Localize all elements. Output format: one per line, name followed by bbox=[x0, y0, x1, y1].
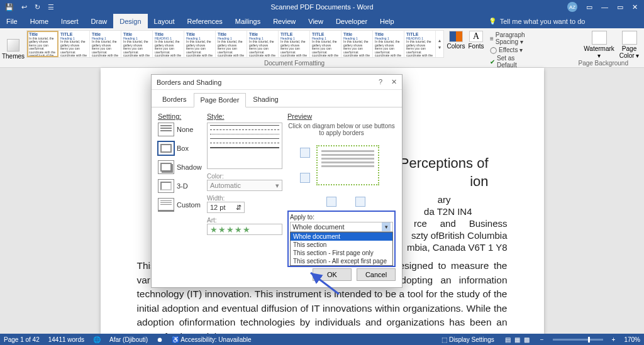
paragraph-spacing-button[interactable]: ≡Paragraph Spacing ▾ bbox=[488, 31, 527, 46]
three-d-icon bbox=[158, 179, 174, 193]
status-page[interactable]: Page 1 of 42 bbox=[4, 336, 40, 343]
customize-qat-icon[interactable]: ☰ bbox=[48, 3, 54, 11]
dialog-title: Borders and Shading bbox=[157, 79, 221, 86]
fonts-button[interactable]: AFonts bbox=[467, 31, 486, 50]
view-switcher[interactable]: ▤▦▩ bbox=[503, 336, 531, 343]
apply-to-select[interactable]: Whole document ▾ bbox=[290, 222, 393, 232]
style-listbox[interactable] bbox=[207, 123, 282, 169]
width-spinner[interactable]: 12 pt⇵ bbox=[207, 202, 245, 213]
tab-view[interactable]: View bbox=[302, 14, 330, 28]
apply-to-dropdown: Whole document This section This section… bbox=[290, 232, 393, 266]
macro-record-icon[interactable]: ⏺ bbox=[157, 336, 163, 343]
title-bar: 💾 ↩ ↻ ☰ Scanned PDF Documents - Word AZ … bbox=[0, 0, 644, 14]
setting-3d[interactable]: 3-D bbox=[158, 179, 202, 193]
gallery-item[interactable]: TitleHeading 1In this tutorial, the gall… bbox=[373, 31, 404, 57]
effects-button[interactable]: ◯Effects ▾ bbox=[488, 46, 527, 54]
tab-review[interactable]: Review bbox=[267, 14, 302, 28]
status-word-count[interactable]: 14411 words bbox=[48, 336, 84, 343]
tab-insert[interactable]: Insert bbox=[55, 14, 85, 28]
document-title: Scanned PDF Documents - Word bbox=[270, 3, 373, 11]
border-bottom-toggle[interactable] bbox=[300, 173, 310, 183]
zoom-level[interactable]: 170% bbox=[624, 336, 640, 343]
cancel-button[interactable]: Cancel bbox=[357, 268, 396, 281]
maximize-icon[interactable]: ▭ bbox=[617, 3, 623, 11]
dialog-tab-borders[interactable]: Borders bbox=[155, 92, 194, 107]
effects-icon: ◯ bbox=[490, 47, 497, 53]
chevron-down-icon: ▾ bbox=[382, 222, 391, 231]
setting-shadow[interactable]: Shadow bbox=[158, 160, 202, 174]
gallery-item[interactable]: TITLEHeading 1In this tutorial, the gall… bbox=[310, 31, 341, 57]
status-display-settings[interactable]: ⬚ Display Settings bbox=[441, 336, 494, 343]
document-formatting-gallery[interactable]: TitleIn this tutorial, the gallery shows… bbox=[26, 30, 444, 58]
themes-button[interactable]: Themes bbox=[3, 30, 24, 60]
redo-icon[interactable]: ↻ bbox=[35, 3, 40, 11]
status-language[interactable]: Afar (Djibouti) bbox=[109, 336, 148, 343]
gallery-item[interactable]: TITLEHeading 1In this tutorial, the gall… bbox=[279, 31, 310, 57]
gallery-item[interactable]: TitleHeading 1In this tutorial, the gall… bbox=[184, 31, 216, 57]
tab-developer[interactable]: Developer bbox=[330, 14, 374, 28]
zoom-slider[interactable] bbox=[553, 339, 603, 341]
tab-design[interactable]: Design bbox=[113, 14, 147, 28]
tab-references[interactable]: References bbox=[181, 14, 229, 28]
border-right-toggle[interactable] bbox=[355, 197, 365, 207]
ribbon-display-options-icon[interactable]: ▭ bbox=[586, 3, 592, 11]
preview-page[interactable] bbox=[316, 145, 379, 185]
zoom-in-icon[interactable]: + bbox=[612, 336, 616, 343]
dropdown-option[interactable]: This section bbox=[291, 241, 392, 249]
spinner-icon: ⇵ bbox=[236, 204, 242, 212]
dropdown-option[interactable]: This section - First page only bbox=[291, 249, 392, 257]
set-as-default-button[interactable]: Set as Default bbox=[488, 54, 527, 69]
gallery-more-button[interactable]: ▴▾ bbox=[436, 31, 443, 57]
read-mode-icon: ▤ bbox=[505, 336, 511, 343]
tab-mailings[interactable]: Mailings bbox=[229, 14, 267, 28]
group-label-page-background: Page Background bbox=[578, 60, 628, 67]
label-width: Width: bbox=[207, 195, 282, 202]
label-color: Color: bbox=[207, 173, 282, 180]
ok-button[interactable]: OK bbox=[313, 268, 352, 281]
tab-help[interactable]: Help bbox=[374, 14, 401, 28]
dropdown-option[interactable]: Whole document bbox=[291, 233, 392, 241]
gallery-item[interactable]: TitleIn this tutorial, the gallery shows… bbox=[27, 31, 58, 57]
tell-me-search[interactable]: Tell me what you want to do bbox=[489, 14, 586, 28]
dialog-tab-shading[interactable]: Shading bbox=[246, 92, 285, 107]
chevron-down-icon: ▾ bbox=[275, 182, 279, 190]
zoom-out-icon[interactable]: − bbox=[540, 336, 544, 343]
setting-box[interactable]: Box bbox=[158, 141, 202, 155]
close-window-icon[interactable]: ✕ bbox=[632, 3, 638, 11]
gallery-item[interactable]: TitleHeading 1In this tutorial, the gall… bbox=[341, 31, 373, 57]
tab-file[interactable]: File bbox=[0, 14, 24, 28]
tab-layout[interactable]: Layout bbox=[148, 14, 181, 28]
art-select[interactable]: ★★★★★ bbox=[207, 224, 282, 235]
gallery-item[interactable]: TitleHEADING 1In this tutorial, the gall… bbox=[153, 31, 184, 57]
color-select[interactable]: Automatic▾ bbox=[207, 180, 282, 191]
dialog-titlebar[interactable]: Borders and Shading ? ✕ bbox=[152, 75, 402, 90]
watermark-button[interactable]: Watermark ▾ bbox=[586, 31, 613, 59]
setting-none[interactable]: None bbox=[158, 123, 202, 136]
save-icon[interactable]: 💾 bbox=[5, 3, 14, 11]
border-left-toggle[interactable] bbox=[326, 197, 336, 207]
colors-button[interactable]: Colors bbox=[447, 31, 465, 50]
gallery-item[interactable]: TITLEHEADING 1In this tutorial, the gall… bbox=[404, 31, 436, 57]
custom-icon bbox=[158, 198, 174, 212]
border-top-toggle[interactable] bbox=[300, 148, 310, 158]
gallery-item[interactable]: TitleHeading 1In this tutorial, the gall… bbox=[121, 31, 153, 57]
label-apply-to: Apply to: bbox=[290, 214, 314, 221]
setting-custom[interactable]: Custom bbox=[158, 198, 202, 212]
dialog-help-icon[interactable]: ? bbox=[379, 78, 382, 86]
dropdown-option[interactable]: This section - All except first page bbox=[291, 257, 392, 265]
page-color-button[interactable]: Page Color ▾ bbox=[616, 31, 643, 59]
dialog-close-icon[interactable]: ✕ bbox=[391, 78, 397, 86]
tab-home[interactable]: Home bbox=[24, 14, 55, 28]
gallery-item[interactable]: TitleHeading 1In this tutorial, the gall… bbox=[216, 31, 247, 57]
gallery-item[interactable]: TitleHeading 1In this tutorial, the gall… bbox=[90, 31, 121, 57]
status-accessibility[interactable]: ♿ Accessibility: Unavailable bbox=[172, 336, 252, 343]
user-avatar[interactable]: AZ bbox=[567, 2, 577, 12]
undo-icon[interactable]: ↩ bbox=[21, 3, 27, 11]
minimize-icon[interactable]: — bbox=[601, 3, 608, 11]
status-bar: Page 1 of 42 14411 words 🌐 Afar (Djibout… bbox=[0, 334, 644, 345]
label-setting: Setting: bbox=[158, 112, 202, 120]
gallery-item[interactable]: TITLEHeading 1In this tutorial, the gall… bbox=[58, 31, 90, 57]
tab-draw[interactable]: Draw bbox=[85, 14, 114, 28]
dialog-tab-page-border[interactable]: Page Border bbox=[194, 93, 247, 107]
gallery-item[interactable]: TitleHeading 1In this tutorial, the gall… bbox=[247, 31, 279, 57]
